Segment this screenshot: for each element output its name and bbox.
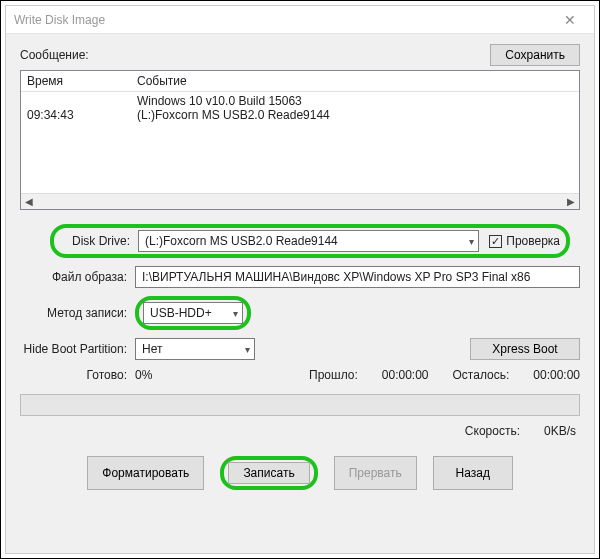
log-row: Windows 10 v10.0 Build 15063 — [27, 94, 573, 108]
window-title: Write Disk Image — [14, 13, 105, 27]
log-cell-time — [27, 94, 137, 108]
disk-drive-select[interactable]: (L:)Foxcorn MS USB2.0 Reade9144 ▾ — [138, 230, 479, 252]
speed-row: Скорость: 0KB/s — [20, 424, 580, 438]
format-button[interactable]: Форматировать — [87, 456, 204, 490]
progress-bar — [20, 394, 580, 416]
highlight-write-button: Записать — [220, 456, 317, 490]
close-icon[interactable]: ✕ — [550, 12, 590, 28]
image-file-field[interactable]: I:\ВИРТУАЛЬНЯ МАШИНА\Виндовс ХР\Windows … — [135, 266, 580, 288]
hide-boot-value: Нет — [142, 342, 162, 356]
highlight-disk-drive: Disk Drive: (L:)Foxcorn MS USB2.0 Reade9… — [50, 224, 570, 258]
ready-label: Готово: — [20, 368, 135, 382]
write-button[interactable]: Записать — [228, 462, 309, 484]
chevron-down-icon: ▾ — [469, 236, 474, 247]
write-method-select[interactable]: USB-HDD+ ▾ — [143, 302, 243, 324]
hide-boot-label: Hide Boot Partition: — [20, 342, 135, 356]
log-header-time: Время — [27, 74, 137, 88]
back-button[interactable]: Назад — [433, 456, 513, 490]
log-cell-event: (L:)Foxcorn MS USB2.0 Reade9144 — [137, 108, 573, 122]
hide-boot-row: Hide Boot Partition: Нет ▾ Xpress Boot — [20, 338, 580, 360]
progress-row: Готово: 0% Прошло: 00:00:00 Осталось: 00… — [20, 368, 580, 382]
log-cell-time: 09:34:43 — [27, 108, 137, 122]
remaining-label: Осталось: — [453, 368, 510, 382]
log-box: Время Событие Windows 10 v10.0 Build 150… — [20, 70, 580, 210]
image-file-value: I:\ВИРТУАЛЬНЯ МАШИНА\Виндовс ХР\Windows … — [142, 270, 530, 284]
write-method-row: Метод записи: USB-HDD+ ▾ — [20, 296, 580, 330]
horizontal-scrollbar[interactable]: ◀ ▶ — [21, 193, 579, 209]
titlebar: Write Disk Image ✕ — [6, 6, 594, 34]
message-row: Сообщение: Сохранить — [20, 44, 580, 66]
highlight-write-method: USB-HDD+ ▾ — [135, 296, 251, 330]
disk-drive-label: Disk Drive: — [60, 234, 138, 248]
scroll-right-icon[interactable]: ▶ — [563, 194, 579, 210]
verify-checkbox[interactable]: ✓ Проверка — [489, 234, 560, 248]
xpress-boot-button[interactable]: Xpress Boot — [470, 338, 580, 360]
remaining-value: 00:00:00 — [533, 368, 580, 382]
speed-label: Скорость: — [465, 424, 520, 438]
log-cell-event: Windows 10 v10.0 Build 15063 — [137, 94, 573, 108]
window: Write Disk Image ✕ Сообщение: Сохранить … — [5, 5, 595, 554]
disk-drive-value: (L:)Foxcorn MS USB2.0 Reade9144 — [145, 234, 338, 248]
write-method-value: USB-HDD+ — [150, 306, 212, 320]
hide-boot-select[interactable]: Нет ▾ — [135, 338, 255, 360]
verify-label: Проверка — [506, 234, 560, 248]
save-button[interactable]: Сохранить — [490, 44, 580, 66]
log-rows: Windows 10 v10.0 Build 15063 09:34:43 (L… — [21, 92, 579, 124]
percent-value: 0% — [135, 368, 152, 382]
write-method-label: Метод записи: — [20, 306, 135, 320]
abort-button[interactable]: Прервать — [334, 456, 417, 490]
image-file-row: Файл образа: I:\ВИРТУАЛЬНЯ МАШИНА\Виндов… — [20, 266, 580, 288]
log-header: Время Событие — [21, 71, 579, 92]
chevron-down-icon: ▾ — [245, 344, 250, 355]
form-area: Disk Drive: (L:)Foxcorn MS USB2.0 Reade9… — [20, 224, 580, 490]
speed-value: 0KB/s — [544, 424, 576, 438]
log-row: 09:34:43 (L:)Foxcorn MS USB2.0 Reade9144 — [27, 108, 573, 122]
content-area: Сообщение: Сохранить Время Событие Windo… — [6, 34, 594, 553]
checkbox-checked-icon: ✓ — [489, 235, 502, 248]
elapsed-label: Прошло: — [309, 368, 358, 382]
image-file-label: Файл образа: — [20, 270, 135, 284]
chevron-down-icon: ▾ — [233, 308, 238, 319]
scroll-left-icon[interactable]: ◀ — [21, 194, 37, 210]
outer-frame: Write Disk Image ✕ Сообщение: Сохранить … — [0, 0, 600, 559]
message-label: Сообщение: — [20, 48, 89, 62]
button-row: Форматировать Записать Прервать Назад — [20, 456, 580, 490]
elapsed-value: 00:00:00 — [382, 368, 429, 382]
log-header-event: Событие — [137, 74, 573, 88]
